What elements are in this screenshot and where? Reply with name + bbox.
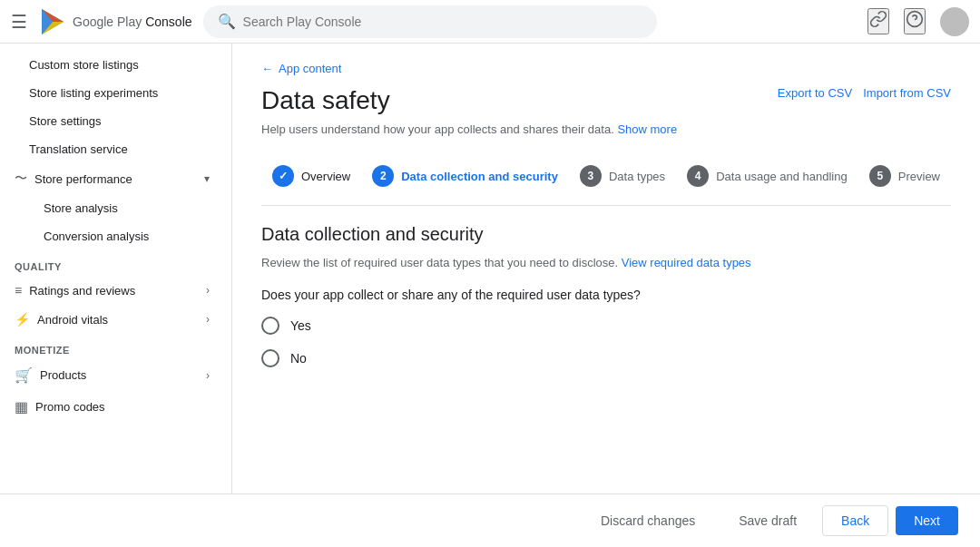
promo-icon: ▦: [15, 398, 28, 415]
sidebar-item-store-analysis[interactable]: Store analysis: [0, 194, 224, 222]
step-circle-preview: 5: [869, 165, 891, 187]
export-csv-button[interactable]: Export to CSV: [778, 86, 852, 100]
radio-no-circle[interactable]: [261, 349, 279, 367]
trend-icon: 〜: [15, 171, 27, 187]
export-buttons: Export to CSV Import from CSV: [778, 86, 951, 100]
app-logo: Google Play Console: [38, 7, 192, 36]
step-label-preview: Preview: [898, 170, 940, 183]
menu-icon[interactable]: ☰: [11, 11, 27, 33]
sidebar-item-store-settings[interactable]: Store settings: [0, 107, 224, 135]
sidebar-item-ratings-reviews[interactable]: ≡ Ratings and reviews ›: [0, 276, 224, 305]
search-icon: 🔍: [218, 13, 236, 30]
section-title: Data collection and security: [261, 224, 951, 245]
radio-no-option[interactable]: No: [261, 349, 951, 367]
breadcrumb[interactable]: ← App content: [261, 62, 951, 75]
sidebar-item-android-vitals[interactable]: ⚡ Android vitals ›: [0, 305, 224, 334]
section-description: Review the list of required user data ty…: [261, 256, 951, 269]
sidebar-item-custom-store-listings[interactable]: Custom store listings: [0, 51, 224, 79]
radio-yes-circle[interactable]: [261, 317, 279, 335]
step-circle-data-types: 3: [580, 165, 602, 187]
chevron-right-icon3: ›: [206, 369, 210, 382]
sidebar-item-store-listing-experiments[interactable]: Store listing experiments: [0, 79, 224, 107]
stepper: ✓ Overview 2 Data collection and securit…: [261, 158, 951, 206]
view-required-data-link[interactable]: View required data types: [622, 256, 751, 269]
products-icon: 🛒: [15, 366, 33, 384]
title-row: Data safety Help users understand how yo…: [261, 86, 951, 140]
chevron-down-icon: ▾: [204, 172, 210, 185]
top-nav: ☰ Google Play Console 🔍: [0, 0, 980, 44]
save-draft-button[interactable]: Save draft: [720, 506, 815, 535]
step-label-data-collection: Data collection and security: [401, 170, 558, 183]
breadcrumb-label: App content: [279, 62, 341, 75]
step-preview[interactable]: 5 Preview: [858, 158, 951, 194]
chevron-right-icon: ›: [206, 284, 210, 297]
bottom-bar: Discard changes Save draft Back Next: [0, 493, 980, 547]
back-arrow-icon: ←: [261, 62, 273, 75]
next-button[interactable]: Next: [896, 506, 958, 535]
quality-section-label: Quality: [0, 250, 231, 276]
show-more-link[interactable]: Show more: [617, 122, 677, 136]
page-title: Data safety: [261, 86, 778, 115]
ratings-icon: ≡: [15, 283, 22, 298]
step-circle-overview: ✓: [272, 165, 294, 187]
search-bar[interactable]: 🔍: [203, 5, 657, 38]
discard-changes-button[interactable]: Discard changes: [583, 506, 713, 535]
main-layout: Custom store listings Store listing expe…: [0, 44, 980, 493]
link-icon-button[interactable]: [867, 8, 889, 34]
step-circle-data-usage: 4: [687, 165, 709, 187]
radio-yes-label: Yes: [290, 318, 311, 333]
avatar[interactable]: [940, 7, 969, 36]
radio-yes-option[interactable]: Yes: [261, 317, 951, 335]
page-subtitle: Help users understand how your app colle…: [261, 122, 778, 136]
import-csv-button[interactable]: Import from CSV: [863, 86, 951, 100]
step-data-types[interactable]: 3 Data types: [569, 158, 676, 194]
step-label-data-usage: Data usage and handling: [716, 170, 848, 183]
nav-icons: [867, 7, 969, 36]
main-content: ← App content Data safety Help users und…: [232, 44, 980, 493]
question-text: Does your app collect or share any of th…: [261, 288, 951, 302]
step-circle-data-collection: 2: [372, 165, 394, 187]
step-data-usage[interactable]: 4 Data usage and handling: [676, 158, 858, 194]
help-icon-button[interactable]: [904, 8, 926, 34]
logo-label: Google Play Console: [73, 15, 192, 29]
back-button[interactable]: Back: [822, 505, 888, 536]
vitals-icon: ⚡: [15, 312, 30, 327]
sidebar-item-translation-service[interactable]: Translation service: [0, 135, 224, 163]
sidebar-item-products[interactable]: 🛒 Products ›: [0, 359, 224, 391]
sidebar-item-promo-codes[interactable]: ▦ Promo codes: [0, 391, 224, 423]
monetize-section-label: Monetize: [0, 334, 231, 359]
step-data-collection[interactable]: 2 Data collection and security: [361, 158, 569, 194]
step-label-overview: Overview: [301, 170, 350, 183]
chevron-right-icon2: ›: [206, 313, 210, 326]
sidebar-item-store-performance[interactable]: 〜 Store performance ▾: [0, 163, 224, 194]
step-overview[interactable]: ✓ Overview: [261, 158, 361, 194]
sidebar-item-conversion-analysis[interactable]: Conversion analysis: [0, 222, 224, 250]
sidebar: Custom store listings Store listing expe…: [0, 44, 232, 493]
step-label-data-types: Data types: [609, 170, 665, 183]
search-input[interactable]: [243, 15, 642, 29]
radio-no-label: No: [290, 351, 307, 366]
